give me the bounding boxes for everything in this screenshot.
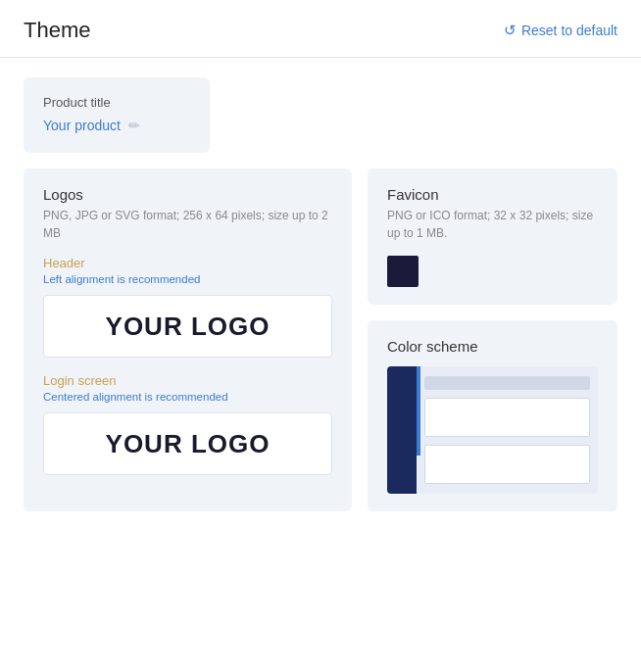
login-logo-label: Login screen bbox=[43, 373, 332, 388]
edit-icon[interactable]: ✏ bbox=[128, 118, 140, 133]
reset-label: Reset to default bbox=[521, 23, 617, 38]
favicon-section: Favicon PNG or ICO format; 32 x 32 pixel… bbox=[368, 168, 617, 305]
color-scheme-section: Color scheme bbox=[368, 320, 617, 511]
main-two-col: Logos PNG, JPG or SVG format; 256 x 64 p… bbox=[24, 168, 617, 511]
product-title-label: Product title bbox=[43, 95, 190, 110]
header-logo-label: Header bbox=[43, 256, 332, 270]
login-logo-text: YOUR LOGO bbox=[106, 429, 271, 459]
cs-card-2 bbox=[424, 445, 590, 484]
logos-description: PNG, JPG or SVG format; 256 x 64 pixels;… bbox=[43, 207, 332, 242]
header-logo-hint: Left alignment is recommended bbox=[43, 273, 332, 285]
login-logo-box[interactable]: YOUR LOGO bbox=[43, 412, 332, 475]
color-scheme-preview[interactable] bbox=[387, 366, 598, 494]
product-title-card: Product title Your product ✏ bbox=[24, 77, 210, 153]
logos-section: Logos PNG, JPG or SVG format; 256 x 64 p… bbox=[24, 168, 352, 511]
reset-to-default-button[interactable]: ↺ Reset to default bbox=[504, 22, 617, 39]
color-scheme-title: Color scheme bbox=[387, 338, 598, 355]
right-column: Favicon PNG or ICO format; 32 x 32 pixel… bbox=[368, 168, 617, 511]
cs-top-bar bbox=[424, 376, 590, 390]
reset-icon: ↺ bbox=[504, 22, 517, 39]
favicon-title: Favicon bbox=[387, 186, 598, 203]
cs-sidebar-accent bbox=[417, 366, 420, 456]
product-name: Your product bbox=[43, 118, 121, 133]
page-header: Theme ↺ Reset to default bbox=[0, 0, 641, 58]
cs-card-1 bbox=[424, 398, 590, 437]
cs-sidebar bbox=[387, 366, 417, 494]
header-logo-box[interactable]: YOUR LOGO bbox=[43, 295, 332, 358]
logos-title: Logos bbox=[43, 186, 332, 203]
page-content: Product title Your product ✏ Logos PNG, … bbox=[0, 58, 641, 531]
product-name-row: Your product ✏ bbox=[43, 118, 190, 133]
header-logo-text: YOUR LOGO bbox=[106, 312, 271, 342]
page-title: Theme bbox=[24, 18, 90, 43]
favicon-preview[interactable] bbox=[387, 256, 419, 287]
login-logo-hint: Centered alignment is recommended bbox=[43, 391, 332, 403]
cs-main bbox=[417, 366, 598, 494]
favicon-description: PNG or ICO format; 32 x 32 pixels; size … bbox=[387, 207, 598, 242]
